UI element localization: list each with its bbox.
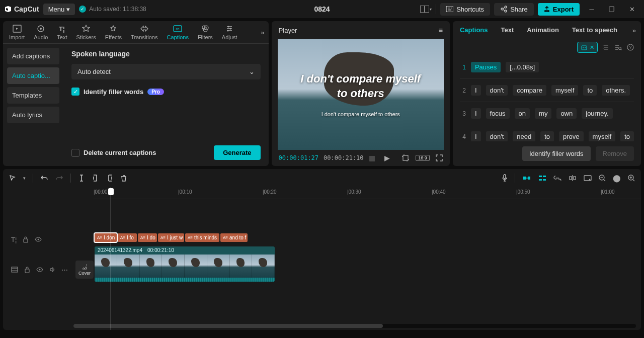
language-select[interactable]: Auto detect ⌄ [71, 64, 261, 79]
sidebar-item[interactable]: Auto lyrics [7, 107, 59, 123]
line-spacing-icon[interactable] [603, 44, 610, 51]
expand-icon[interactable]: » [261, 29, 264, 36]
word-chip[interactable]: I [471, 85, 481, 96]
sidebar-item[interactable]: Templates [7, 87, 59, 104]
split-right-icon[interactable] [106, 174, 113, 182]
grid-icon[interactable]: ▦ [369, 154, 375, 162]
tab-stickers[interactable]: Stickers [76, 24, 96, 40]
player-menu-icon[interactable]: ≡ [439, 26, 443, 34]
search-list-icon[interactable] [615, 44, 622, 51]
zoom-in-icon[interactable] [628, 175, 635, 182]
tab-animation[interactable]: Animation [527, 26, 559, 34]
magnet-track-icon[interactable] [538, 175, 546, 182]
video-clip[interactable]: 202406141322.mp4 00:00:21:10 [95, 246, 275, 282]
magnet-main-icon[interactable] [522, 175, 531, 182]
redo-icon[interactable] [55, 175, 63, 182]
word-chip[interactable]: own [556, 108, 577, 119]
remove-button[interactable]: Remove [596, 146, 634, 161]
word-chip[interactable]: need [513, 131, 535, 141]
caption-row[interactable]: 4Idon'tneedtoprovemyselfto [460, 125, 634, 141]
layout-icon[interactable]: ▾ [420, 6, 432, 13]
player-viewport[interactable]: I don't compare myselfto others I don't … [278, 39, 444, 150]
tab-captions[interactable]: ccCaptions [167, 24, 188, 40]
tab-adjust[interactable]: Adjust [222, 24, 237, 40]
mute-icon[interactable] [49, 267, 55, 273]
tab-captions[interactable]: Captions [460, 26, 488, 34]
caption-clip[interactable]: A≡I don [95, 233, 117, 242]
word-chip[interactable]: prove [559, 131, 584, 141]
tab-import[interactable]: Import [9, 24, 25, 40]
link-icon[interactable] [553, 176, 561, 181]
generate-button[interactable]: Generate [214, 145, 260, 160]
caption-clip[interactable]: A≡and to f [220, 233, 248, 242]
minimize-button[interactable]: ─ [584, 2, 600, 16]
word-chip[interactable]: my [535, 108, 551, 119]
word-chip[interactable]: others. [602, 85, 630, 96]
word-chip[interactable]: don't [486, 85, 508, 96]
tab-text[interactable]: Text [501, 26, 514, 34]
split-icon[interactable] [78, 174, 85, 182]
split-left-icon[interactable] [92, 174, 99, 182]
sidebar-item[interactable]: Auto captio... [7, 67, 59, 84]
word-chip[interactable]: [...0.08s] [506, 62, 539, 72]
expand-icon[interactable]: » [632, 26, 636, 34]
play-button[interactable]: ▶ [384, 154, 390, 162]
caption-clip[interactable]: A≡I do [138, 233, 157, 242]
caption-clip[interactable]: A≡I fo [118, 233, 137, 242]
caption-row[interactable]: 2Idon'tcomparemyselftoothers. [460, 79, 634, 102]
crop-icon[interactable] [401, 154, 410, 162]
caption-clip[interactable]: A≡this minds [185, 233, 219, 242]
identify-filler-checkbox[interactable]: ✓ [71, 88, 79, 96]
timeline[interactable]: |00:00|00:10|00:20|00:30|00:40|00:50|01:… [3, 187, 641, 330]
more-icon[interactable]: ⋯ [61, 266, 68, 274]
caption-clip[interactable]: A≡I just w [158, 233, 184, 242]
pointer-dropdown-icon[interactable]: ▾ [23, 176, 26, 181]
undo-icon[interactable] [40, 175, 48, 182]
menu-button[interactable]: Menu ▾ [43, 4, 75, 15]
ai-tool-button[interactable]: ✕ [577, 42, 598, 53]
word-chip[interactable]: on [515, 108, 530, 119]
word-chip[interactable]: myself [551, 85, 579, 96]
fullscreen-icon[interactable] [436, 154, 443, 161]
close-button[interactable]: ✕ [624, 2, 640, 16]
word-chip[interactable]: myself [589, 131, 616, 141]
caption-row[interactable]: 1Pauses[...0.08s] [460, 56, 634, 79]
export-button[interactable]: Export [538, 3, 580, 16]
aspect-ratio-button[interactable]: 16:9 [416, 155, 430, 161]
tab-transitions[interactable]: Transitions [131, 24, 157, 40]
zoom-out-icon[interactable] [599, 175, 606, 182]
scrollbar-thumb[interactable] [73, 324, 383, 328]
text-track-icon[interactable]: T¦ [11, 236, 17, 243]
cover-button[interactable]: Cover [75, 261, 94, 279]
word-chip[interactable]: I [471, 108, 481, 119]
sidebar-item[interactable]: Add captions [7, 48, 59, 64]
tab-audio[interactable]: Audio [34, 24, 48, 40]
lock-icon[interactable] [24, 266, 30, 273]
delete-icon[interactable] [120, 175, 127, 182]
word-chip[interactable]: don't [486, 131, 508, 141]
word-chip[interactable]: to [620, 131, 634, 141]
preview-mode-icon[interactable] [584, 175, 592, 181]
shortcuts-button[interactable]: Shortcuts [440, 3, 490, 16]
eye-icon[interactable] [36, 267, 43, 272]
word-chip[interactable]: journey. [582, 108, 612, 119]
word-chip[interactable]: focus [486, 108, 510, 119]
word-chip[interactable]: to [540, 131, 554, 141]
maximize-button[interactable]: ❐ [604, 2, 620, 16]
word-chip[interactable]: compare [513, 85, 546, 96]
mic-icon[interactable] [502, 174, 508, 182]
timeline-ruler[interactable]: |00:00|00:10|00:20|00:30|00:40|00:50|01:… [94, 187, 641, 199]
zoom-slider-handle[interactable]: ⬤ [613, 174, 621, 182]
word-chip[interactable]: I [471, 131, 481, 141]
tab-effects[interactable]: Effects [105, 24, 122, 40]
video-track-icon[interactable] [11, 267, 18, 273]
timeline-scrollbar[interactable] [73, 324, 636, 328]
tab-filters[interactable]: Filters [198, 24, 213, 40]
tab-text-to-speech[interactable]: Text to speech [572, 26, 617, 34]
word-chip[interactable]: to [583, 85, 597, 96]
playhead[interactable] [111, 187, 111, 330]
word-chip[interactable]: Pauses [471, 62, 501, 72]
eye-icon[interactable] [35, 237, 42, 242]
align-icon[interactable] [569, 175, 577, 182]
caption-row[interactable]: 3Ifocusonmyownjourney. [460, 102, 634, 125]
